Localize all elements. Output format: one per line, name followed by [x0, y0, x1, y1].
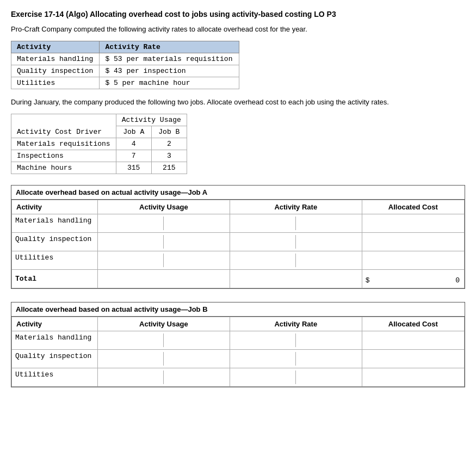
job-b-row3-rate-input2[interactable]: [298, 372, 356, 380]
usage-row1-joba: 4: [116, 138, 151, 150]
job-b-row-1: Materials handling: [12, 331, 465, 350]
intro-text: Pro-Craft Company computed the following…: [11, 25, 465, 33]
job-a-total-label: Total: [12, 270, 98, 288]
usage-col2-header: Activity Usage: [116, 114, 187, 126]
job-b-row1-cost-input[interactable]: [366, 336, 461, 344]
job-a-col4-header: Allocated Cost: [362, 200, 464, 214]
rates-row3-rate: $ 5 per machine hour: [100, 77, 239, 89]
usage-row3-joba: 315: [116, 162, 151, 174]
job-a-row1-rate[interactable]: [230, 214, 362, 233]
job-b-col2-header: Activity Usage: [97, 317, 230, 331]
job-a-row-2: Quality inspection: [12, 233, 465, 251]
job-b-row2-usage-input[interactable]: [103, 353, 161, 361]
job-b-row1-rate[interactable]: [230, 331, 362, 350]
job-b-col1-header: Activity: [12, 317, 98, 331]
job-a-section: Allocate overhead based on actual activi…: [11, 185, 465, 289]
job-b-table: Activity Activity Usage Activity Rate Al…: [11, 317, 465, 387]
job-b-row2-cost[interactable]: [362, 350, 464, 368]
job-b-row2-usage-input2[interactable]: [166, 353, 224, 361]
main-title: Exercise 17-14 (Algo) Allocating overhea…: [11, 10, 465, 18]
job-b-row-2: Quality inspection: [12, 350, 465, 368]
job-b-row1-rate-input2[interactable]: [298, 335, 356, 343]
usage-row2-joba: 7: [116, 150, 151, 162]
job-a-row1-rate-input[interactable]: [236, 218, 293, 226]
job-a-row2-usage-input2[interactable]: [166, 236, 224, 244]
job-a-row-1: Materials handling: [12, 214, 465, 233]
job-b-row3-rate[interactable]: [230, 368, 362, 387]
job-b-row2-rate-input2[interactable]: [298, 353, 356, 361]
paragraph-text: During January, the company produced the…: [11, 98, 465, 106]
job-b-col4-header: Allocated Cost: [362, 317, 464, 331]
job-b-row3-cost-input[interactable]: [366, 373, 461, 381]
job-a-row3-cost-input[interactable]: [366, 256, 461, 264]
job-b-row3-usage-input[interactable]: [103, 372, 161, 380]
job-a-row3-cost[interactable]: [362, 251, 464, 270]
job-a-total-usage: [97, 270, 230, 288]
job-b-row2-rate[interactable]: [230, 350, 362, 368]
job-a-row1-cost-input[interactable]: [366, 219, 461, 227]
job-b-row1-usage-input2[interactable]: [166, 335, 224, 343]
rates-row1-rate: $ 53 per materials requisition: [100, 53, 239, 65]
job-a-row2-activity: Quality inspection: [12, 233, 98, 251]
usage-col1-header: Activity Cost Driver: [11, 114, 116, 138]
job-a-col3-header: Activity Rate: [230, 200, 362, 214]
rates-row2-activity: Quality inspection: [11, 65, 100, 77]
job-a-row3-usage[interactable]: [97, 251, 230, 270]
job-b-section: Allocate overhead based on actual activi…: [11, 302, 465, 387]
job-a-row3-rate-input[interactable]: [236, 255, 293, 263]
job-a-row2-usage-input[interactable]: [103, 236, 161, 244]
rates-row2-rate: $ 43 per inspection: [100, 65, 239, 77]
job-a-total-cost[interactable]: $ 0: [362, 270, 464, 288]
job-b-row2-cost-input[interactable]: [366, 355, 461, 363]
job-a-row1-usage-input[interactable]: [103, 218, 161, 226]
job-a-total-rate: [230, 270, 362, 288]
job-b-row1-usage[interactable]: [97, 331, 230, 350]
usage-row3-jobb: 215: [151, 162, 187, 174]
job-a-row2-cost-input[interactable]: [366, 238, 461, 246]
job-a-row2-cost[interactable]: [362, 233, 464, 251]
job-b-row3-usage[interactable]: [97, 368, 230, 387]
job-b-row2-rate-input[interactable]: [236, 353, 293, 361]
job-a-row1-usage[interactable]: [97, 214, 230, 233]
job-a-row2-usage[interactable]: [97, 233, 230, 251]
job-b-row2-usage[interactable]: [97, 350, 230, 368]
usage-jobb-header: Job B: [151, 126, 187, 138]
job-b-row1-usage-input[interactable]: [103, 335, 161, 343]
job-a-title: Allocate overhead based on actual activi…: [11, 186, 465, 200]
job-a-total-row: Total $ 0: [12, 270, 465, 288]
job-a-table: Activity Activity Usage Activity Rate Al…: [11, 200, 465, 288]
job-a-row1-usage-input2[interactable]: [166, 218, 224, 226]
job-a-total-value: 0: [455, 276, 460, 285]
usage-row2-jobb: 3: [151, 150, 187, 162]
job-a-row1-rate-input2[interactable]: [298, 218, 356, 226]
rates-table: Activity Activity Rate Materials handlin…: [11, 41, 239, 89]
usage-row1-jobb: 2: [151, 138, 187, 150]
job-a-row2-rate-input[interactable]: [236, 236, 293, 244]
job-a-row3-rate[interactable]: [230, 251, 362, 270]
rates-col2-header: Activity Rate: [100, 41, 239, 53]
job-a-col2-header: Activity Usage: [97, 200, 230, 214]
job-a-row2-rate-input2[interactable]: [298, 236, 356, 244]
usage-row3-driver: Machine hours: [11, 162, 116, 174]
job-a-row3-usage-input[interactable]: [103, 255, 161, 263]
usage-table: Activity Cost Driver Activity Usage Job …: [11, 114, 187, 174]
job-b-row3-activity: Utilities: [12, 368, 98, 387]
job-a-row1-activity: Materials handling: [12, 214, 98, 233]
job-a-row2-rate[interactable]: [230, 233, 362, 251]
job-a-row3-rate-input2[interactable]: [298, 255, 356, 263]
job-b-row3-usage-input2[interactable]: [166, 372, 224, 380]
job-a-row1-cost[interactable]: [362, 214, 464, 233]
job-b-row3-cost[interactable]: [362, 368, 464, 387]
job-b-row1-cost[interactable]: [362, 331, 464, 350]
job-a-col1-header: Activity: [12, 200, 98, 214]
job-a-row3-usage-input2[interactable]: [166, 255, 224, 263]
job-b-row1-rate-input[interactable]: [236, 335, 293, 343]
job-a-total-dollar: $: [366, 276, 370, 285]
job-b-row3-rate-input[interactable]: [236, 372, 293, 380]
job-b-title: Allocate overhead based on actual activi…: [11, 302, 465, 317]
rates-row1-activity: Materials handling: [11, 53, 100, 65]
job-b-row1-activity: Materials handling: [12, 331, 98, 350]
job-b-row-3: Utilities: [12, 368, 465, 387]
job-b-col3-header: Activity Rate: [230, 317, 362, 331]
usage-joba-header: Job A: [116, 126, 151, 138]
